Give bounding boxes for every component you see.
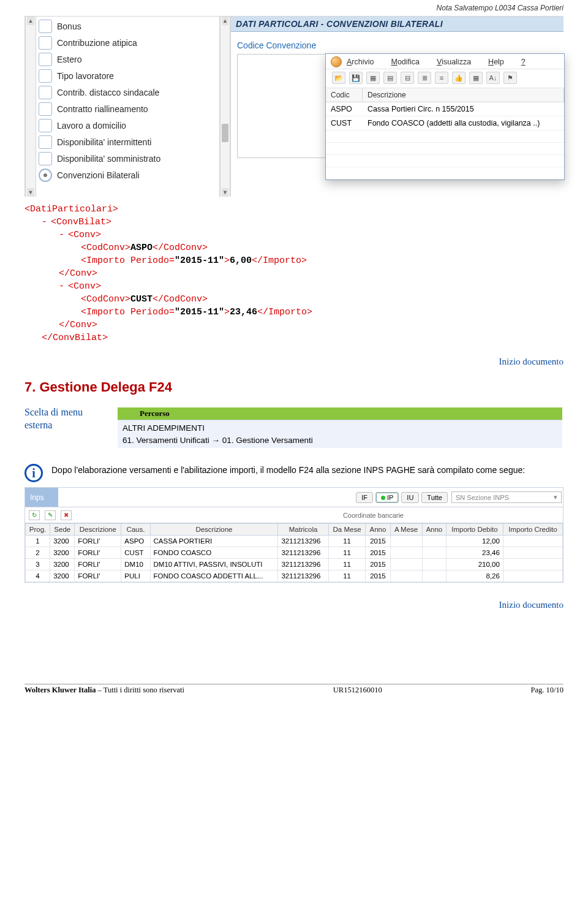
toolbar-list-icon[interactable]: ≣ bbox=[418, 72, 431, 84]
option-label: Estero bbox=[57, 55, 81, 64]
left-scrollbar[interactable]: ▲ ▼ bbox=[26, 17, 36, 197]
cell-code: CUST bbox=[326, 116, 363, 130]
option-label: Disponibilita' intermittenti bbox=[57, 137, 151, 147]
th-deb[interactable]: Importo Debito bbox=[447, 524, 503, 536]
mini-edit-icon[interactable]: ✎ bbox=[45, 510, 56, 520]
pane-subtitle: Codice Convenzione bbox=[231, 32, 564, 54]
section-7-title: 7. Gestione Delega F24 bbox=[24, 379, 564, 395]
checkbox-icon[interactable] bbox=[39, 36, 52, 50]
path-header: Percorso bbox=[118, 407, 562, 420]
checkbox-icon[interactable] bbox=[39, 20, 52, 33]
link-inizio-2[interactable]: Inizio documento bbox=[24, 600, 564, 610]
table-row[interactable]: 33200FORLI'DM10DM10 ATTIVI, PASSIVI, INS… bbox=[26, 559, 563, 570]
pane-title: DATI PARTICOLARI - CONVENZIONI BILATERAL… bbox=[231, 17, 564, 32]
toolbar-form-icon[interactable]: ▤ bbox=[383, 72, 397, 84]
menu-label: Scelta di menu esterna bbox=[24, 406, 98, 432]
app-screenshot: ▲ ▼ Bonus Contribuzione atipica Estero T… bbox=[24, 16, 564, 197]
th-damese[interactable]: Da Mese bbox=[328, 524, 366, 536]
btn-iu[interactable]: IU bbox=[401, 492, 419, 503]
checkbox-icon[interactable] bbox=[39, 152, 52, 165]
option-label: Lavoro a domicilio bbox=[57, 121, 126, 131]
th-desc2[interactable]: Descrizione bbox=[150, 524, 278, 536]
toolbar-open-icon[interactable]: 📂 bbox=[332, 72, 345, 84]
option-row: Bonus bbox=[39, 18, 217, 34]
option-label: Contrib. distacco sindacale bbox=[57, 88, 159, 97]
option-row: Convenzioni Bilaterali bbox=[39, 167, 217, 183]
checkbox-icon[interactable] bbox=[39, 53, 52, 66]
menu-help[interactable]: Help bbox=[488, 58, 504, 66]
option-row: Disponibilita' somministrato bbox=[39, 150, 217, 167]
table-row[interactable]: 23200FORLI'CUSTFONDO COASCO3211213296112… bbox=[26, 547, 563, 559]
th-anno[interactable]: Anno bbox=[366, 524, 390, 536]
btn-if[interactable]: IF bbox=[356, 492, 373, 503]
option-label: Disponibilita' somministrato bbox=[57, 154, 160, 164]
th-anno2[interactable]: Anno bbox=[422, 524, 446, 536]
mini-refresh-icon[interactable]: ↻ bbox=[29, 510, 40, 520]
popup-row[interactable]: CUST Fondo COASCO (addetti alla custodia… bbox=[326, 116, 564, 131]
option-label: Convenzioni Bilaterali bbox=[57, 170, 140, 180]
th-cred[interactable]: Importo Credito bbox=[503, 524, 562, 536]
scroll-down-icon[interactable]: ▼ bbox=[27, 188, 34, 197]
menu-modifica[interactable]: Modifica bbox=[391, 58, 420, 66]
footer-brand: Wolters Kluwer Italia bbox=[24, 686, 96, 694]
coord-label: Coordinate bancarie bbox=[343, 512, 404, 519]
btn-ip[interactable]: IP bbox=[375, 492, 399, 503]
scroll-thumb[interactable] bbox=[222, 124, 228, 142]
path-table: Percorso ALTRI ADEMPIMENTI 61. Versament… bbox=[116, 406, 564, 449]
th-desc[interactable]: Descrizione bbox=[75, 524, 121, 536]
table-row[interactable]: 13200FORLI'ASPOCASSA PORTIERI32112132961… bbox=[26, 536, 563, 547]
col-codice[interactable]: Codic bbox=[326, 88, 363, 102]
scroll-up-icon[interactable]: ▲ bbox=[222, 17, 228, 25]
checkbox-icon[interactable] bbox=[39, 86, 52, 99]
option-label: Tipo lavoratore bbox=[57, 71, 114, 81]
mini-delete-icon[interactable]: ✖ bbox=[61, 510, 72, 520]
th-matr[interactable]: Matricola bbox=[278, 524, 328, 536]
toolbar-grid-icon[interactable]: ▦ bbox=[366, 72, 380, 84]
th-caus[interactable]: Caus. bbox=[121, 524, 150, 536]
checkbox-icon[interactable] bbox=[39, 69, 52, 83]
dot-icon bbox=[381, 496, 385, 500]
link-inizio-1[interactable]: Inizio documento bbox=[24, 357, 564, 367]
radio-icon[interactable] bbox=[39, 169, 52, 182]
inps-tab[interactable]: Inps bbox=[25, 488, 58, 507]
toolbar-calendar-icon[interactable]: ▦ bbox=[469, 72, 483, 84]
checkbox-icon[interactable] bbox=[39, 119, 52, 132]
popup-row[interactable]: ASPO Cassa Portieri Circ. n 155/2015 bbox=[326, 102, 564, 116]
footer-code: UR1512160010 bbox=[333, 686, 382, 695]
option-label: Contribuzione atipica bbox=[57, 38, 137, 48]
mid-scrollbar[interactable]: ▲ ▼ bbox=[220, 17, 230, 197]
col-descrizione[interactable]: Descrizione bbox=[363, 88, 564, 102]
menu-question[interactable]: ? bbox=[521, 58, 526, 66]
menu-archivio[interactable]: Archivio bbox=[347, 58, 374, 66]
info-text: Dopo l'elaborazione versamenti e l'abili… bbox=[51, 464, 525, 476]
toolbar-tree-icon[interactable]: ⊟ bbox=[401, 72, 414, 84]
option-label: Contratto riallineamento bbox=[57, 104, 148, 114]
option-label: Bonus bbox=[57, 21, 81, 31]
th-amese[interactable]: A Mese bbox=[390, 524, 422, 536]
options-list: Bonus Contribuzione atipica Estero Tipo … bbox=[36, 17, 220, 197]
toolbar-thumb-icon[interactable]: 👍 bbox=[452, 72, 466, 84]
checkbox-icon[interactable] bbox=[39, 102, 52, 116]
footer-page: Pag. 10/10 bbox=[531, 686, 564, 695]
toolbar-list2-icon[interactable]: ≡ bbox=[435, 72, 448, 84]
cell-desc: Fondo COASCO (addetti alla custodia, vig… bbox=[363, 116, 564, 130]
app-orb-icon[interactable] bbox=[331, 56, 342, 67]
table-row[interactable]: 43200FORLI'PULIFONDO COASCO ADDETTI ALL.… bbox=[26, 570, 563, 582]
checkbox-icon[interactable] bbox=[39, 135, 52, 149]
menu-visualizza[interactable]: Visualizza bbox=[437, 58, 471, 66]
footer-rights: – Tutti i diritti sono riservati bbox=[96, 686, 184, 694]
toolbar-save-icon[interactable]: 💾 bbox=[349, 72, 363, 84]
info-icon: i bbox=[24, 464, 43, 482]
toolbar-flag-icon[interactable]: ⚑ bbox=[503, 72, 517, 84]
th-prog[interactable]: Prog. bbox=[26, 524, 50, 536]
th-sede[interactable]: Sede bbox=[50, 524, 75, 536]
inps-table: Prog. Sede Descrizione Caus. Descrizione… bbox=[25, 523, 563, 582]
blank-row bbox=[326, 155, 564, 167]
btn-tutte[interactable]: Tutte bbox=[421, 492, 448, 503]
inps-dropdown[interactable]: SN Sezione INPS▾ bbox=[451, 491, 562, 503]
blank-row bbox=[326, 167, 564, 180]
popup-headers: Codic Descrizione bbox=[326, 88, 564, 102]
scroll-up-icon[interactable]: ▲ bbox=[27, 17, 34, 25]
toolbar-sort-icon[interactable]: A↓ bbox=[486, 72, 500, 84]
scroll-down-icon[interactable]: ▼ bbox=[222, 188, 228, 197]
